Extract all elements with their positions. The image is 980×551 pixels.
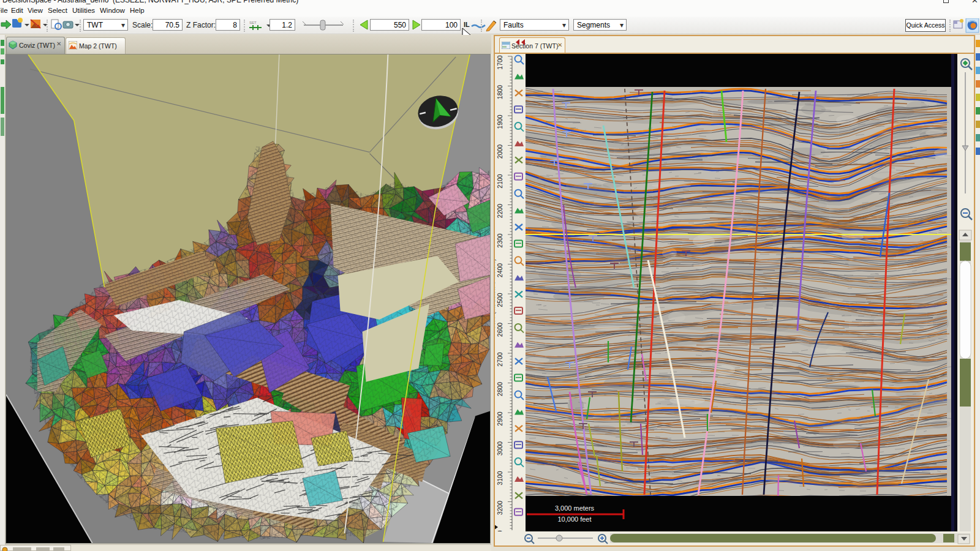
svg-text:2700: 2700: [496, 352, 503, 367]
svg-text:2000: 2000: [496, 144, 503, 159]
svg-text:SET: SET: [249, 21, 257, 24]
svg-text:2200: 2200: [496, 204, 503, 219]
svg-text:2500: 2500: [496, 293, 503, 307]
svg-text:10,000 feet: 10,000 feet: [557, 515, 591, 523]
svg-text:2600: 2600: [496, 323, 503, 337]
svg-text:2800: 2800: [496, 382, 503, 397]
svg-text:TWT (ms below 0 meters): TWT (ms below 0 meters): [495, 259, 496, 329]
svg-text:3100: 3100: [496, 471, 503, 485]
svg-text:1900: 1900: [496, 114, 503, 129]
svg-text:2100: 2100: [496, 174, 503, 189]
svg-text:1800: 1800: [496, 85, 503, 100]
svg-text:2900: 2900: [496, 411, 503, 426]
svg-text:1700: 1700: [496, 55, 503, 70]
svg-text:3200: 3200: [496, 501, 503, 515]
svg-text:2400: 2400: [496, 263, 503, 278]
svg-text:2300: 2300: [496, 233, 503, 248]
svg-text:3,000 meters: 3,000 meters: [555, 504, 595, 512]
svg-text:3000: 3000: [496, 441, 503, 456]
